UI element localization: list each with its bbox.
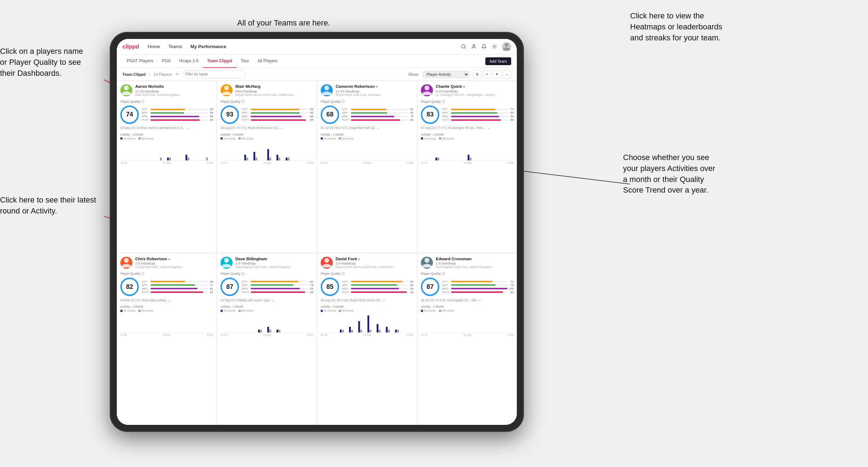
- player-card[interactable]: Blair McHarg Plus Handicap Royal North D…: [217, 81, 317, 253]
- stat-bar-arg: [251, 288, 300, 289]
- on-course-bar: [386, 327, 388, 332]
- chart-labels: 31 Jul 21 Aug 4 Sep: [120, 161, 213, 164]
- player-card[interactable]: Aaron Nicholls 11-15 Handicap Drift Golf…: [117, 81, 217, 253]
- activity-label: Activity · 1 Month: [120, 133, 213, 136]
- chart-label-end: 4 Sep: [507, 161, 514, 164]
- activity-legend: On course Off course: [321, 137, 413, 140]
- player-name[interactable]: Cameron Robertson ●: [336, 84, 381, 89]
- player-name[interactable]: Charlie Quick ●: [436, 84, 497, 89]
- stat-val: 95: [310, 118, 313, 121]
- stat-bar-container: [351, 284, 409, 286]
- search-icon[interactable]: [461, 44, 466, 49]
- bell-icon[interactable]: [481, 44, 487, 49]
- player-card[interactable]: Charlie Quick ● 6-10 Handicap St. George…: [417, 81, 517, 253]
- player-name[interactable]: Chris Robertson ●: [135, 257, 182, 262]
- player-card[interactable]: Edward Crossman 1-5 Handicap Sunningdale…: [417, 253, 517, 425]
- subnav-all-players[interactable]: All Players: [253, 55, 282, 68]
- bar-group: [358, 321, 362, 332]
- team-label: Team Clippd: [122, 72, 145, 76]
- quality-circle[interactable]: 87: [221, 278, 239, 296]
- filter-button[interactable]: ▼: [493, 70, 501, 79]
- grid-view-button[interactable]: ⊞: [473, 70, 481, 79]
- player-card[interactable]: Dave Billingham 1-5 Handicap Sag Maging …: [217, 253, 317, 425]
- edit-icon[interactable]: ✏: [176, 72, 179, 76]
- latest-round[interactable]: 02 Jul 23 | 59 (+17), Craigmillar Park G…: [321, 126, 413, 130]
- search-input[interactable]: [182, 70, 246, 79]
- mini-chart: [221, 141, 313, 161]
- round-annotation: Click here to see their latestround or A…: [0, 195, 96, 217]
- stat-val: 60: [210, 108, 213, 111]
- nav-home[interactable]: Home: [148, 44, 160, 49]
- off-course-legend: Off course: [439, 309, 454, 312]
- stat-bar-app: [251, 284, 294, 286]
- player-name[interactable]: Edward Crossman: [436, 257, 492, 262]
- player-name[interactable]: Blair McHarg: [235, 84, 296, 89]
- sub-nav: PGAT Players PGA Hcaps 1-5 Team Clippd T…: [117, 55, 517, 68]
- activity-label: Activity · 1 Month: [321, 305, 413, 308]
- user-avatar[interactable]: [502, 42, 511, 51]
- quality-section: 85 OTT 89APP 80ARG 83PUTT 96: [321, 278, 413, 296]
- add-team-button[interactable]: Add Team: [485, 57, 511, 65]
- stat-name: OTT: [242, 280, 249, 283]
- player-name[interactable]: Aaron Nicholls: [135, 84, 180, 89]
- list-view-button[interactable]: ≡: [483, 70, 491, 79]
- quality-circle[interactable]: 85: [321, 278, 339, 296]
- subnav-hcaps[interactable]: Hcaps 1-5: [175, 55, 203, 68]
- quality-circle[interactable]: 83: [421, 106, 439, 124]
- off-course-bar: [438, 158, 439, 160]
- stat-bar-container: [351, 119, 409, 121]
- quality-circle[interactable]: 74: [120, 106, 139, 124]
- stat-bar-container: [251, 288, 309, 289]
- quality-circle[interactable]: 68: [321, 106, 339, 124]
- player-handicap: 11-15 Handicap: [135, 89, 180, 93]
- stat-val: 77: [510, 108, 514, 111]
- stat-val: 96: [410, 291, 413, 294]
- subnav-tour[interactable]: Tour: [236, 55, 253, 68]
- quality-label: Player Quality ⓘ: [421, 272, 514, 276]
- bar-group: [158, 158, 162, 160]
- activity-label: Activity · 1 Month: [120, 305, 213, 308]
- subnav-pgat[interactable]: PGAT Players: [122, 55, 158, 68]
- off-course-bar: [360, 330, 362, 332]
- quality-circle[interactable]: 82: [120, 278, 139, 296]
- player-name[interactable]: David Ford ●: [336, 257, 396, 262]
- latest-round[interactable]: 26 Aug 23 | 84 (+12), Royal North Devon …: [321, 298, 413, 302]
- latest-round[interactable]: 26 Aug 23 | 73 (+1), Royal North Devon G…: [221, 126, 313, 130]
- player-card[interactable]: David Ford ● 1-5 Handicap Royal North De…: [317, 253, 417, 425]
- off-course-bar: [269, 330, 271, 332]
- player-card[interactable]: Chris Robertson ● 1-5 Handicap Craigmill…: [117, 253, 217, 425]
- nav-my-performance[interactable]: My Performance: [190, 44, 226, 49]
- player-card[interactable]: Cameron Robertson ● 11-15 Handicap Royal…: [317, 81, 417, 253]
- quality-circle[interactable]: 93: [221, 106, 239, 124]
- stat-bar-app: [451, 112, 497, 114]
- chart-labels: 31 Jul 21 Aug 4 Sep: [120, 334, 213, 336]
- stat-bar-container: [351, 109, 409, 110]
- on-course-bar: [276, 155, 278, 160]
- mini-chart: [421, 141, 514, 161]
- sort-button[interactable]: ↕: [503, 70, 511, 79]
- latest-round[interactable]: 18 Jul 23 | 74 (+4), Sunningdale GC - Ol…: [421, 298, 514, 302]
- stat-name: ARG: [442, 115, 450, 118]
- subnav-pga[interactable]: PGA: [158, 55, 175, 68]
- nav-teams[interactable]: Teams: [169, 44, 182, 49]
- player-name[interactable]: Dave Billingham: [235, 257, 291, 262]
- latest-round[interactable]: 02 Sep 23 | Sunrise round to get back in…: [120, 126, 213, 130]
- subnav-team-clippd[interactable]: Team Clippd: [203, 55, 236, 68]
- latest-round[interactable]: 03 Mar 23 | 19, Must make putting →: [120, 298, 213, 302]
- stat-val: 84: [210, 115, 213, 118]
- show-select[interactable]: Player Activity Quality Score Trend: [423, 71, 469, 78]
- activity-label: Activity · 1 Month: [221, 133, 313, 136]
- latest-round[interactable]: 04 Sep 23 | Mobility with coach, Gym →: [221, 298, 313, 302]
- settings-icon[interactable]: [492, 44, 497, 49]
- stats-grid: OTT 82APP 74ARG 85PUTT 94: [242, 280, 313, 294]
- players-annotation: Click on a players nameor Player Quality…: [0, 46, 83, 79]
- stat-name: ARG: [442, 287, 450, 290]
- ipad-frame: clippd Home Teams My Performance PGAT Pl…: [110, 32, 524, 432]
- quality-circle[interactable]: 87: [421, 278, 439, 296]
- stat-bar-container: [251, 116, 309, 117]
- user-icon[interactable]: [471, 44, 476, 49]
- player-club: St. George's Hill GC - Weybridge - Surre…: [436, 93, 497, 97]
- player-handicap: 1-5 Handicap: [436, 261, 492, 265]
- player-handicap: 11-15 Handicap: [336, 89, 381, 93]
- latest-round[interactable]: 07 Aug 23 | 77 (+7), St George's Hill GC…: [421, 126, 514, 130]
